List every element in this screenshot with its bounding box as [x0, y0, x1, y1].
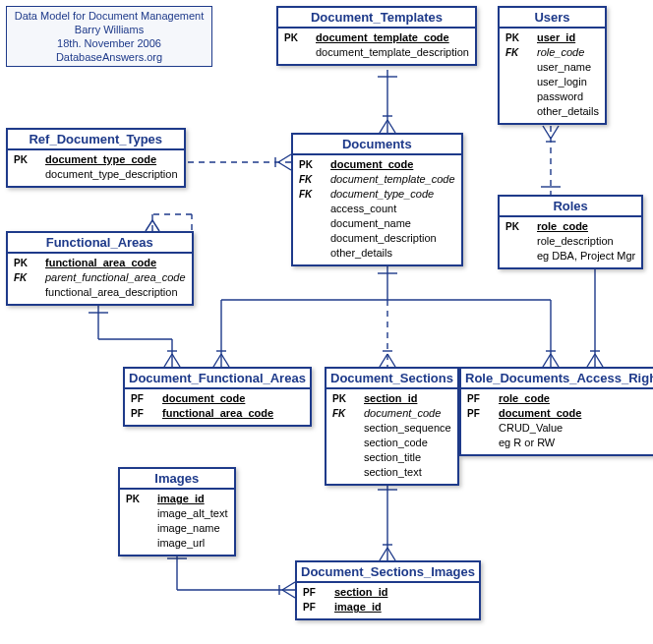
field-name: document_code: [360, 406, 455, 421]
entity-title: Ref_Document_Types: [8, 130, 184, 150]
field-key: [502, 60, 533, 75]
field-key: [328, 436, 360, 450]
field-key: PK: [502, 30, 533, 45]
svg-line-41: [172, 354, 180, 367]
field-row: image_url: [122, 536, 232, 551]
info-date: 18th. November 2006: [11, 36, 208, 50]
field-row: FKdocument_code: [328, 406, 455, 421]
svg-line-3: [380, 120, 387, 133]
field-name: role_code: [533, 45, 603, 60]
field-name: document_description: [326, 231, 459, 246]
field-key: [502, 249, 533, 263]
field-name: image_alt_text: [153, 506, 232, 521]
field-row: PKsection_id: [328, 391, 455, 406]
field-row: FKdocument_template_code: [295, 172, 459, 187]
info-source: DatabaseAnswers.org: [11, 50, 208, 64]
field-key: PK: [122, 492, 153, 506]
svg-line-8: [278, 154, 291, 162]
svg-line-59: [282, 590, 295, 598]
field-row: user_name: [502, 60, 603, 75]
field-key: PK: [502, 219, 533, 234]
field-name: document_code: [326, 157, 459, 172]
svg-line-28: [543, 354, 551, 367]
field-name: image_name: [153, 521, 232, 536]
field-row: section_code: [328, 436, 455, 450]
field-name: document_name: [326, 216, 459, 231]
field-name: document_code: [495, 406, 585, 421]
field-row: other_details: [502, 104, 603, 119]
field-name: password: [533, 89, 603, 104]
field-name: user_login: [533, 75, 603, 89]
field-key: [10, 285, 41, 300]
field-key: [328, 465, 360, 480]
entity-document-sections: Document_Sections PKsection_idFKdocument…: [325, 367, 459, 486]
field-key: PF: [463, 391, 495, 406]
field-key: [463, 421, 495, 436]
field-name: CRUD_Value: [495, 421, 585, 436]
entity-documents: Documents PKdocument_codeFKdocument_temp…: [291, 133, 463, 266]
field-row: functional_area_description: [10, 285, 190, 300]
field-name: functional_area_description: [41, 285, 190, 300]
field-name: role_description: [533, 234, 639, 249]
field-key: PK: [295, 157, 326, 172]
entity-title: Roles: [500, 197, 641, 217]
field-name: section_id: [360, 391, 455, 406]
field-name: document_template_code: [312, 30, 473, 45]
field-name: parent_functional_area_code: [41, 270, 190, 285]
entity-document-sections-images: Document_Sections_Images PFsection_idPFi…: [295, 560, 481, 620]
field-name: image_id: [153, 492, 232, 506]
field-row: PFfunctional_area_code: [127, 406, 277, 421]
field-key: [295, 246, 326, 261]
field-key: [295, 202, 326, 216]
field-row: other_details: [295, 246, 459, 261]
field-key: FK: [10, 270, 41, 285]
field-row: PFsection_id: [299, 585, 391, 600]
entity-users: Users PKuser_idFKrole_codeuser_nameuser_…: [498, 6, 607, 125]
svg-line-20: [213, 354, 221, 367]
field-name: document_code: [158, 391, 277, 406]
diagram-info: Data Model for Document Management Barry…: [6, 6, 212, 67]
entity-title: Functional_Areas: [8, 233, 192, 254]
field-row: user_login: [502, 75, 603, 89]
field-key: PK: [280, 30, 312, 45]
field-key: PF: [463, 406, 495, 421]
field-key: PK: [10, 256, 41, 270]
svg-line-12: [543, 126, 551, 139]
svg-line-34: [595, 354, 603, 367]
field-row: document_type_description: [10, 167, 182, 182]
field-row: FKparent_functional_area_code: [10, 270, 190, 285]
field-name: section_code: [360, 436, 455, 450]
entity-functional-areas: Functional_Areas PKfunctional_area_codeF…: [6, 231, 194, 306]
entity-title: Document_Templates: [278, 8, 475, 29]
field-key: PF: [299, 585, 330, 600]
entity-title: Document_Functional_Areas: [125, 369, 310, 389]
svg-line-24: [380, 354, 387, 367]
entity-roles: Roles PKrole_coderole_descriptioneg DBA,…: [498, 195, 643, 269]
field-name: document_type_description: [41, 167, 182, 182]
entity-document-templates: Document_Templates PKdocument_template_c…: [276, 6, 477, 66]
field-key: [295, 231, 326, 246]
field-key: PF: [127, 391, 158, 406]
field-key: [122, 536, 153, 551]
info-title: Data Model for Document Management: [11, 9, 208, 23]
field-row: eg DBA, Project Mgr: [502, 249, 639, 263]
field-key: PK: [10, 152, 41, 167]
entity-title: Document_Sections: [326, 369, 457, 389]
field-key: [502, 234, 533, 249]
field-name: image_id: [330, 600, 391, 615]
field-row: PKuser_id: [502, 30, 603, 45]
field-name: section_text: [360, 465, 455, 480]
field-row: PKrole_code: [502, 219, 639, 234]
field-key: [502, 104, 533, 119]
field-row: PFrole_code: [463, 391, 585, 406]
field-row: section_title: [328, 450, 455, 465]
entity-ref-document-types: Ref_Document_Types PKdocument_type_coded…: [6, 128, 186, 188]
field-name: document_type_code: [326, 187, 459, 202]
svg-line-25: [387, 354, 395, 367]
entity-role-documents-access-rights: Role_Documents_Access_Rights PFrole_code…: [459, 367, 653, 456]
field-name: section_title: [360, 450, 455, 465]
svg-line-52: [380, 548, 387, 560]
svg-line-40: [164, 354, 172, 367]
field-name: user_name: [533, 60, 603, 75]
field-name: document_type_code: [41, 152, 182, 167]
